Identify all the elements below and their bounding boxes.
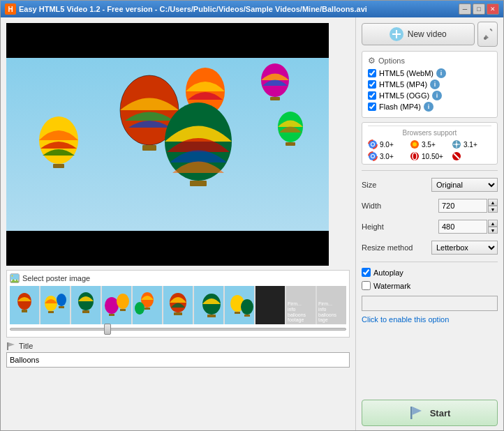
top-action-row: New video [362,22,498,47]
thumb-text-1: Firm...infoballoonsfootage [288,301,306,323]
option-webm-row: HTML5 (WebM) i [368,68,491,78]
minimize-button[interactable]: ─ [459,3,471,15]
browsers-section: Browsers support 9.0+ [362,122,498,165]
balloon-5 [275,110,306,152]
thumb-text-2: Firm...infoballoonstage [318,301,336,323]
height-down-button[interactable]: ▼ [488,227,498,234]
svg-rect-16 [10,274,19,280]
svg-point-37 [135,302,144,315]
poster-section: Select poster image [6,270,350,338]
flag-icon [6,342,16,350]
ogg-info-icon[interactable]: i [432,91,442,100]
chrome-version: 9.0+ [380,141,394,149]
main-content: Select poster image [1,17,503,430]
size-select[interactable]: Original Custom 320x240 640x480 [431,178,498,192]
webm-info-icon[interactable]: i [436,68,446,78]
poster-strip: Firm...infoballoonsfootage Firm...infoba… [10,286,346,324]
option-mp4-checkbox[interactable] [368,80,376,89]
poster-thumb-2[interactable] [40,286,70,324]
option-webm-checkbox[interactable] [368,69,376,77]
autoplay-label: Autoplay [373,269,403,277]
mp4-info-icon[interactable]: i [430,80,440,89]
svg-point-64 [456,144,458,146]
autoplay-row: Autoplay [362,268,498,277]
svg-rect-38 [144,308,150,310]
resize-select[interactable]: Letterbox Crop Stretch [431,241,498,255]
resize-label: Resize method [362,243,413,252]
divider-2 [362,262,498,262]
autoplay-checkbox[interactable] [362,268,371,277]
balloon-6 [160,100,237,201]
title-input[interactable] [6,352,350,368]
new-video-button[interactable]: New video [362,23,475,45]
balloon-4 [34,114,83,180]
poster-thumb-text2[interactable]: Firm...infoballoonstage [317,286,346,324]
option-flash-row: Flash (MP4) i [368,102,491,112]
width-up-button[interactable]: ▲ [488,199,498,206]
title-bar-left: H Easy HTML5 Video 1.2 - Free version - … [5,3,367,15]
enable-option-link[interactable]: Click to enable this option [362,315,498,324]
svg-rect-10 [53,164,64,168]
left-panel: Select poster image [1,17,355,430]
option-ogg-checkbox[interactable] [368,91,376,100]
svg-rect-44 [207,315,216,317]
maximize-button[interactable]: □ [473,3,485,15]
chrome-icon [368,139,378,149]
option-flash-label: Flash (MP4) [379,103,421,111]
height-up-button[interactable]: ▲ [488,220,498,227]
browser-firefox-item: 3.5+ [410,139,450,149]
balloon-3 [258,61,292,109]
new-video-label: New video [408,29,447,39]
safari-icon [452,139,461,149]
poster-thumb-7[interactable] [194,286,223,324]
app-icon: H [5,3,16,15]
svg-rect-14 [190,181,207,186]
poster-thumb-text1[interactable]: Firm...infoballoonsfootage [286,286,316,324]
app-window: H Easy HTML5 Video 1.2 - Free version - … [0,0,504,431]
height-row: Height ▲ ▼ [362,220,498,234]
height-input[interactable] [438,220,487,234]
svg-point-69 [410,152,419,160]
width-down-button[interactable]: ▼ [488,206,498,213]
safari-version: 3.1+ [464,141,477,149]
poster-thumb-4[interactable] [102,286,131,324]
poster-slider-thumb[interactable] [104,324,111,335]
poster-thumb-6[interactable] [163,286,193,324]
close-button[interactable]: ✕ [487,3,499,15]
svg-point-32 [117,294,129,309]
image-icon [10,273,20,283]
svg-rect-8 [270,97,280,100]
svg-point-24 [57,294,66,306]
firefox-version: 3.5+ [422,141,436,149]
poster-thumb-dark[interactable] [255,286,285,324]
options-title: ⚙ Options [368,56,491,66]
poster-thumb-5[interactable] [133,286,162,324]
poster-section-label: Select poster image [22,274,90,282]
width-spin-buttons: ▲ ▼ [488,199,498,213]
tools-button[interactable] [477,22,498,47]
poster-thumb-8[interactable] [225,286,254,324]
poster-thumb-1[interactable] [10,286,39,324]
divider-1 [362,170,498,171]
svg-rect-50 [7,342,8,350]
poster-thumb-3[interactable] [71,286,101,324]
title-bar: H Easy HTML5 Video 1.2 - Free version - … [1,1,503,17]
svg-rect-2 [142,145,156,151]
width-input[interactable] [438,199,487,213]
watermark-checkbox[interactable] [362,281,371,290]
option-flash-checkbox[interactable] [368,103,376,111]
width-label: Width [362,202,410,210]
start-button[interactable]: Start [362,400,498,426]
poster-slider-container [10,328,346,331]
option-ogg-label: HTML5 (OGG) [379,91,429,100]
thumb-svg-6 [163,286,193,324]
browser-safari-item: 3.1+ [452,139,491,149]
options-section: ⚙ Options HTML5 (WebM) i HTML5 (MP4) i H… [362,51,498,118]
height-spinner: ▲ ▼ [438,220,498,234]
size-label: Size [362,181,410,189]
chrome2-version: 3.0+ [380,153,394,160]
watermark-input[interactable] [362,296,498,311]
title-section: Title [6,342,350,368]
ban-icon [452,151,461,161]
flash-info-icon[interactable]: i [424,102,433,112]
